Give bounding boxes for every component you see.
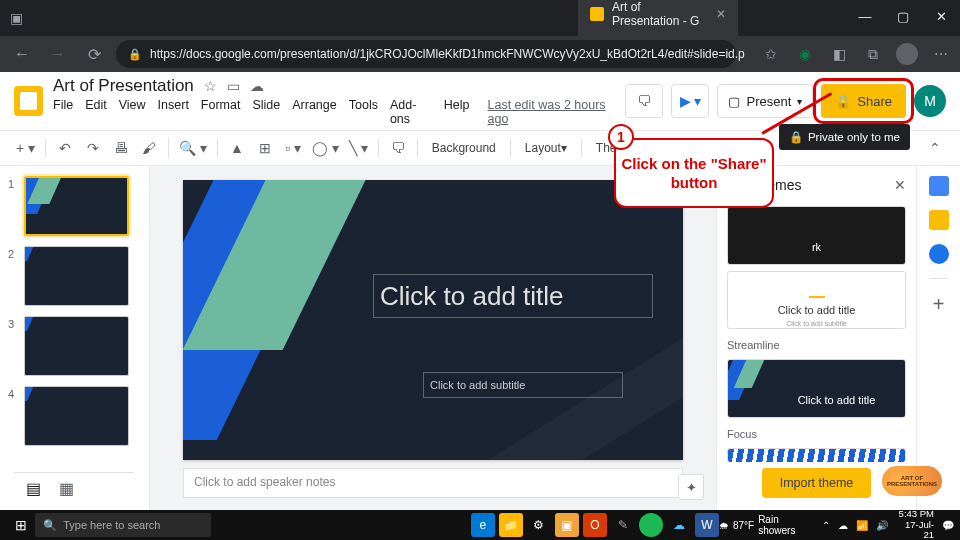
annotation-callout: 1 Click on the "Share" button bbox=[614, 138, 774, 208]
speaker-notes[interactable]: Click to add speaker notes bbox=[183, 468, 683, 498]
notifications-icon[interactable]: 💬 bbox=[942, 520, 954, 531]
close-tab-icon[interactable]: ✕ bbox=[716, 7, 726, 21]
textbox-tool[interactable]: ⊞ bbox=[252, 135, 278, 161]
taskbar-app-icon[interactable]: O bbox=[583, 513, 607, 537]
volume-icon[interactable]: 🔊 bbox=[876, 520, 888, 531]
theme-card[interactable] bbox=[727, 448, 906, 462]
extension-icon-2[interactable]: ◧ bbox=[828, 43, 850, 65]
image-tool[interactable]: ▫ ▾ bbox=[280, 135, 306, 161]
subtitle-placeholder[interactable]: Click to add subtitle bbox=[423, 372, 623, 398]
close-panel-icon[interactable]: ✕ bbox=[894, 177, 906, 193]
menu-view[interactable]: View bbox=[119, 98, 146, 126]
select-tool[interactable]: ▲ bbox=[224, 135, 250, 161]
move-icon[interactable]: ▭ bbox=[227, 78, 240, 94]
taskbar-app-icon[interactable]: e bbox=[471, 513, 495, 537]
star-icon[interactable]: ☆ bbox=[204, 78, 217, 94]
canvas-area: Click to add title Click to add subtitle… bbox=[150, 166, 716, 510]
slideshow-button[interactable]: ▶ ▾ bbox=[671, 84, 709, 118]
menu-tools[interactable]: Tools bbox=[349, 98, 378, 126]
menu-help[interactable]: Help bbox=[444, 98, 470, 126]
menu-insert[interactable]: Insert bbox=[158, 98, 189, 126]
layout-button[interactable]: Layout ▾ bbox=[517, 135, 575, 161]
theme-card[interactable]: Click to add titleClick to add subtitle bbox=[727, 271, 906, 330]
watermark-logo: ART OFPRESENTATIONS bbox=[882, 466, 942, 496]
menu-addons[interactable]: Add-ons bbox=[390, 98, 432, 126]
theme-card[interactable]: rk bbox=[727, 206, 906, 265]
url-field[interactable]: 🔒 https://docs.google.com/presentation/d… bbox=[116, 40, 736, 68]
taskbar-app-icon[interactable] bbox=[639, 513, 663, 537]
paint-format-button[interactable]: 🖌 bbox=[136, 135, 162, 161]
filmstrip[interactable]: 1 2 3 4 bbox=[0, 166, 150, 510]
get-addons-icon[interactable]: + bbox=[933, 293, 945, 316]
taskbar-search[interactable]: 🔍 Type here to search bbox=[35, 513, 211, 537]
browser-profile-icon[interactable] bbox=[896, 43, 918, 65]
search-icon: 🔍 bbox=[43, 519, 57, 532]
keep-addon-icon[interactable] bbox=[929, 210, 949, 230]
maximize-button[interactable]: ▢ bbox=[884, 0, 922, 32]
menu-format[interactable]: Format bbox=[201, 98, 241, 126]
collapse-toolbar-icon[interactable]: ⌃ bbox=[922, 135, 948, 161]
slide-thumbnail-4[interactable]: 4 bbox=[8, 386, 141, 446]
explore-button[interactable]: ✦ bbox=[678, 474, 704, 500]
windows-taskbar: ⊞ 🔍 Type here to search e 📁 ⚙ ▣ O ✎ ☁ W … bbox=[0, 510, 960, 540]
annotation-number: 1 bbox=[608, 124, 634, 150]
print-button[interactable]: 🖶 bbox=[108, 135, 134, 161]
title-placeholder[interactable]: Click to add title bbox=[373, 274, 653, 318]
tabs-overview-icon[interactable]: ▣ bbox=[10, 0, 38, 36]
account-avatar[interactable]: M bbox=[914, 85, 946, 117]
taskbar-app-icon[interactable]: 📁 bbox=[499, 513, 523, 537]
grid-view-icon[interactable]: ▦ bbox=[59, 479, 74, 498]
more-icon[interactable]: ⋯ bbox=[930, 43, 952, 65]
weather-widget[interactable]: 🌧 87°F Rain showers bbox=[719, 514, 814, 536]
onedrive-icon[interactable]: ☁ bbox=[838, 520, 848, 531]
slides-logo-icon[interactable] bbox=[14, 86, 43, 116]
taskbar-app-icon[interactable]: ☁ bbox=[667, 513, 691, 537]
tray-chevron-icon[interactable]: ⌃ bbox=[822, 520, 830, 531]
document-title[interactable]: Art of Presentation bbox=[53, 76, 194, 96]
slide-canvas[interactable]: Click to add title Click to add subtitle bbox=[183, 180, 683, 460]
menu-edit[interactable]: Edit bbox=[85, 98, 107, 126]
taskbar-app-icon[interactable]: ⚙ bbox=[527, 513, 551, 537]
undo-button[interactable]: ↶ bbox=[52, 135, 78, 161]
comments-button[interactable]: 🗨 bbox=[625, 84, 663, 118]
redo-button[interactable]: ↷ bbox=[80, 135, 106, 161]
line-tool[interactable]: ╲ ▾ bbox=[345, 135, 372, 161]
taskbar-app-icon[interactable]: ✎ bbox=[611, 513, 635, 537]
share-button[interactable]: 🔒 Share bbox=[821, 84, 906, 118]
taskbar-app-icon[interactable]: W bbox=[695, 513, 719, 537]
taskbar-app-icon[interactable]: ▣ bbox=[555, 513, 579, 537]
minimize-button[interactable]: — bbox=[846, 0, 884, 32]
menu-arrange[interactable]: Arrange bbox=[292, 98, 336, 126]
system-clock[interactable]: 5:43 PM 17-Jul-21 bbox=[896, 509, 934, 540]
filmstrip-view-icon[interactable]: ▤ bbox=[26, 479, 41, 498]
extension-icon-1[interactable]: ◉ bbox=[794, 43, 816, 65]
browser-tab-active[interactable]: Art of Presentation - G ✕ bbox=[578, 0, 738, 36]
new-slide-button[interactable]: + ▾ bbox=[12, 135, 39, 161]
reload-button[interactable]: ⟳ bbox=[80, 40, 108, 68]
last-edit-link[interactable]: Last edit was 2 hours ago bbox=[487, 98, 615, 126]
lock-icon: 🔒 bbox=[789, 130, 803, 144]
zoom-button[interactable]: 🔍 ▾ bbox=[175, 135, 211, 161]
wifi-icon[interactable]: 📶 bbox=[856, 520, 868, 531]
calendar-addon-icon[interactable] bbox=[929, 176, 949, 196]
annotation-text: Click on the "Share" button bbox=[616, 154, 772, 193]
favorite-icon[interactable]: ✩ bbox=[760, 43, 782, 65]
forward-button[interactable]: → bbox=[44, 40, 72, 68]
slide-thumbnail-2[interactable]: 2 bbox=[8, 246, 141, 306]
slide-thumbnail-3[interactable]: 3 bbox=[8, 316, 141, 376]
menu-file[interactable]: File bbox=[53, 98, 73, 126]
menu-slide[interactable]: Slide bbox=[252, 98, 280, 126]
tasks-addon-icon[interactable] bbox=[929, 244, 949, 264]
cloud-status-icon[interactable]: ☁ bbox=[250, 78, 264, 94]
shape-tool[interactable]: ◯ ▾ bbox=[308, 135, 343, 161]
slide-thumbnail-1[interactable]: 1 bbox=[8, 176, 141, 236]
comment-tool[interactable]: 🗨 bbox=[385, 135, 411, 161]
window-controls: — ▢ ✕ bbox=[846, 0, 960, 32]
start-button[interactable]: ⊞ bbox=[6, 517, 35, 533]
theme-card[interactable]: Click to add title bbox=[727, 359, 906, 418]
close-window-button[interactable]: ✕ bbox=[922, 0, 960, 32]
import-theme-button[interactable]: Import theme bbox=[762, 468, 872, 498]
background-button[interactable]: Background bbox=[424, 135, 504, 161]
back-button[interactable]: ← bbox=[8, 40, 36, 68]
collections-icon[interactable]: ⧉ bbox=[862, 43, 884, 65]
